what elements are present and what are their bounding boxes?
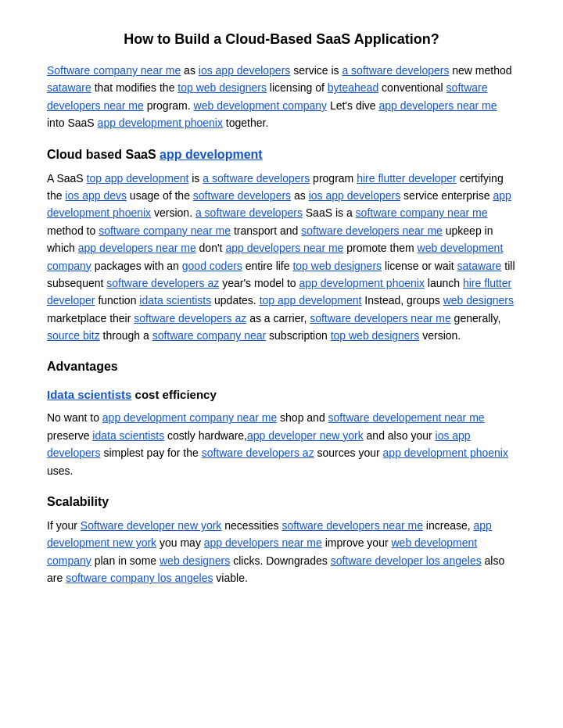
link-source-bitz[interactable]: source bitz [47, 329, 100, 342]
link-software-company-near-me-3[interactable]: software company near me [99, 224, 231, 237]
link-good-coders[interactable]: good coders [182, 260, 242, 272]
link-top-web-designers-2[interactable]: top web designers [292, 260, 382, 272]
link-top-app-development-1[interactable]: top app development [87, 172, 189, 185]
link-a-software-developers-3[interactable]: a software developers [195, 206, 303, 219]
link-software-developement-near-me[interactable]: software developement near me [328, 411, 485, 424]
link-app-development-phoenix-4[interactable]: app development phoenix [383, 446, 508, 459]
link-software-developers-az-2[interactable]: software developers az [134, 312, 246, 325]
link-sataware-1[interactable]: sataware [47, 81, 91, 94]
link-app-developer-new-york[interactable]: app developer new york [247, 429, 364, 442]
page-container: How to Build a Cloud-Based SaaS Applicat… [0, 0, 563, 728]
link-byteahead[interactable]: byteahead [328, 81, 378, 94]
advantages-heading: Advantages [47, 360, 516, 374]
cloud-paragraph: A SaaS top app development is a software… [47, 170, 516, 345]
page-title: How to Build a Cloud-Based SaaS Applicat… [47, 31, 516, 48]
link-web-development-company-1[interactable]: web development company [194, 99, 327, 112]
link-app-developers-near-me-4[interactable]: app developers near me [204, 536, 322, 549]
link-web-designers-2[interactable]: web designers [160, 554, 230, 567]
link-sataware-2[interactable]: sataware [457, 260, 502, 272]
link-idata-scientists-subheading[interactable]: Idata scientists [47, 388, 131, 401]
link-a-software-developers-2[interactable]: a software developers [203, 172, 310, 185]
link-idata-scientists-1[interactable]: idata scientists [139, 294, 211, 307]
cost-efficiency-text: cost efficiency [135, 388, 217, 401]
link-app-development-phoenix-1[interactable]: app development phoenix [98, 117, 223, 129]
link-software-developer-los-angeles[interactable]: software developer los angeles [331, 554, 482, 567]
link-software-developers-near-me-2[interactable]: software developers near me [301, 224, 443, 237]
intro-paragraph: Software company near me as ios app deve… [47, 62, 516, 132]
advantages-paragraph: No want to app development company near … [47, 409, 516, 479]
link-software-developers-1[interactable]: software developers [193, 189, 291, 202]
link-ios-app-devs[interactable]: ios app devs [65, 189, 127, 202]
link-app-development-heading[interactable]: app development [160, 148, 263, 161]
link-software-company-near[interactable]: software company near [152, 329, 267, 342]
idata-sub-heading: Idata scientists cost efficiency [47, 388, 516, 401]
link-top-web-designers-1[interactable]: top web designers [178, 81, 267, 94]
link-ios-app-developers-1[interactable]: ios app developers [199, 64, 291, 77]
link-software-developers-near-me-3[interactable]: software developers near me [310, 312, 451, 325]
link-app-development-company-near-me[interactable]: app development company near me [102, 411, 277, 424]
cloud-section-heading: Cloud based SaaS app development [47, 148, 516, 162]
link-software-developer-new-york[interactable]: Software developer new york [81, 519, 222, 532]
link-software-developers-az-3[interactable]: software developers az [202, 446, 314, 459]
link-software-developers-near-me-4[interactable]: software developers near me [282, 519, 423, 532]
link-software-company-near-me-2[interactable]: software company near me [356, 206, 488, 219]
link-app-developers-near-me-2[interactable]: app developers near me [78, 242, 196, 254]
link-a-software-developers-1[interactable]: a software developers [342, 64, 449, 77]
link-top-app-development-2[interactable]: top app development [260, 294, 362, 307]
link-app-development-phoenix-3[interactable]: app development phoenix [299, 277, 425, 289]
scalability-paragraph: If your Software developer new york nece… [47, 517, 516, 587]
link-hire-flutter-developer-1[interactable]: hire flutter developer [357, 172, 457, 185]
link-app-developers-near-me-1[interactable]: app developers near me [379, 99, 497, 112]
link-ios-app-developers-2[interactable]: ios app developers [309, 189, 401, 202]
link-top-web-designers-3[interactable]: top web designers [331, 329, 420, 342]
link-app-developers-near-me-3[interactable]: app developers near me [225, 242, 343, 254]
link-software-developers-az-1[interactable]: software developers az [106, 277, 219, 289]
link-software-company-los-angeles[interactable]: software company los angeles [66, 572, 213, 584]
link-software-company-near-me[interactable]: Software company near me [47, 64, 181, 77]
link-web-designers-1[interactable]: web designers [443, 294, 514, 307]
link-idata-scientists-2[interactable]: idata scientists [92, 429, 164, 442]
cloud-heading-text: Cloud based SaaS [47, 148, 160, 161]
scalability-heading: Scalability [47, 495, 516, 509]
